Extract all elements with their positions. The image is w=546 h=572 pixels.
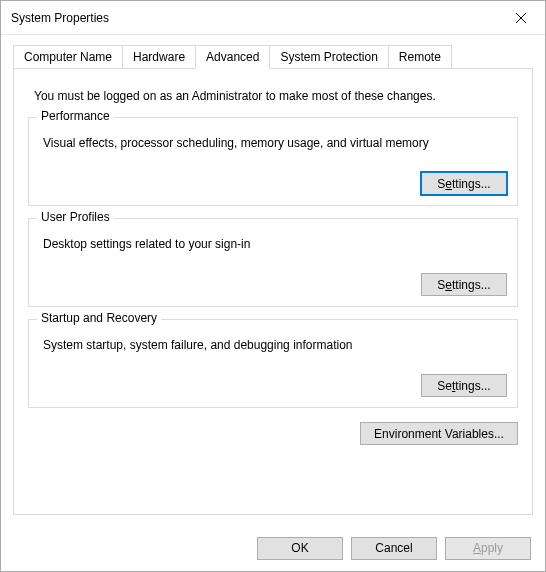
btn-text: tings...	[455, 379, 490, 393]
group-performance-btn-row: Settings...	[39, 172, 507, 195]
btn-text: ttings...	[452, 177, 491, 191]
tab-remote[interactable]: Remote	[388, 45, 452, 68]
performance-settings-button[interactable]: Settings...	[421, 172, 507, 195]
btn-accel: e	[445, 177, 452, 191]
tab-computer-name[interactable]: Computer Name	[13, 45, 123, 68]
group-startup-recovery: Startup and Recovery System startup, sys…	[28, 319, 518, 408]
tab-advanced[interactable]: Advanced	[195, 45, 270, 69]
btn-text: Se	[437, 379, 452, 393]
window-title: System Properties	[11, 11, 109, 25]
group-user-profiles-title: User Profiles	[37, 210, 114, 224]
tab-hardware[interactable]: Hardware	[122, 45, 196, 68]
btn-text: pply	[481, 541, 503, 555]
tabpage-advanced: You must be logged on as an Administrato…	[13, 68, 533, 515]
ok-button[interactable]: OK	[257, 537, 343, 560]
group-user-profiles-text: Desktop settings related to your sign-in	[43, 237, 507, 251]
btn-accel: e	[445, 278, 452, 292]
btn-accel: n	[408, 427, 415, 441]
btn-text: ttings...	[452, 278, 491, 292]
btn-text: Enviro	[374, 427, 408, 441]
startup-recovery-settings-button[interactable]: Settings...	[421, 374, 507, 397]
system-properties-window: System Properties Computer Name Hardware…	[0, 0, 546, 572]
intro-text: You must be logged on as an Administrato…	[34, 89, 518, 103]
group-user-profiles-btn-row: Settings...	[39, 273, 507, 296]
group-performance: Performance Visual effects, processor sc…	[28, 117, 518, 206]
environment-variables-button[interactable]: Environment Variables...	[360, 422, 518, 445]
content-area: Computer Name Hardware Advanced System P…	[1, 35, 545, 525]
close-button[interactable]	[498, 3, 543, 33]
tab-system-protection[interactable]: System Protection	[269, 45, 388, 68]
group-performance-title: Performance	[37, 109, 114, 123]
group-startup-recovery-btn-row: Settings...	[39, 374, 507, 397]
group-performance-text: Visual effects, processor scheduling, me…	[43, 136, 507, 150]
close-icon	[516, 13, 526, 23]
env-vars-row: Environment Variables...	[28, 422, 518, 445]
tabstrip: Computer Name Hardware Advanced System P…	[13, 45, 533, 68]
apply-button[interactable]: Apply	[445, 537, 531, 560]
dialog-footer: OK Cancel Apply	[1, 525, 545, 571]
btn-accel: A	[473, 541, 481, 555]
user-profiles-settings-button[interactable]: Settings...	[421, 273, 507, 296]
titlebar: System Properties	[1, 1, 545, 35]
group-user-profiles: User Profiles Desktop settings related t…	[28, 218, 518, 307]
cancel-button[interactable]: Cancel	[351, 537, 437, 560]
group-startup-recovery-text: System startup, system failure, and debu…	[43, 338, 507, 352]
group-startup-recovery-title: Startup and Recovery	[37, 311, 161, 325]
btn-text: ment Variables...	[415, 427, 504, 441]
